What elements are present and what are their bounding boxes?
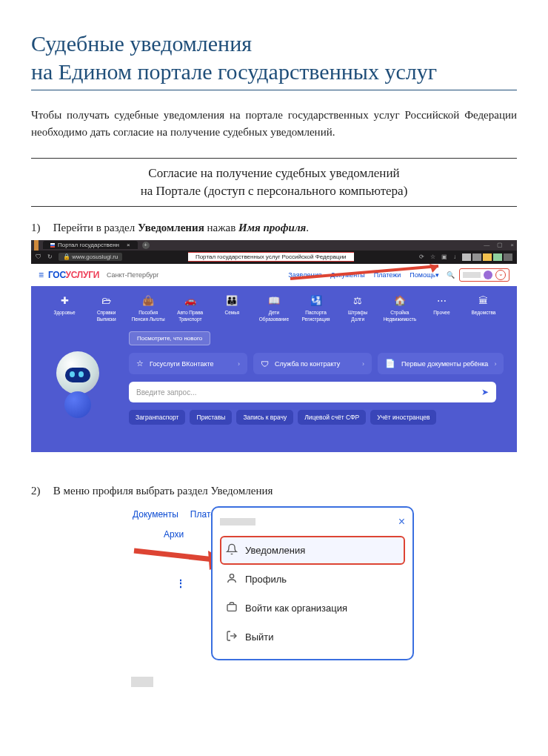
username-blur [220,518,255,525]
quick-chip[interactable]: Приставы [190,410,232,425]
category-icon: 👪 [212,295,252,308]
close-icon[interactable]: × [398,515,405,528]
promo-card[interactable]: 🛡Служба по контракту› [253,353,372,374]
nav-link[interactable]: Помощь [410,271,435,279]
chevron-right-icon: › [494,360,496,368]
window-maximize-icon[interactable]: ▢ [497,242,503,248]
category-item[interactable]: 📖ДетиОбразование [254,295,294,323]
robot-mascot [46,351,110,415]
category-icon: ⋯ [421,295,461,308]
new-tab-button[interactable]: + [142,242,150,249]
category-icon: 📖 [254,295,294,308]
category-icon: 🛂 [296,295,336,308]
category-item[interactable]: 🏠СтройкаНедвижимость [380,295,420,323]
page-title: Судебные уведомления на Едином портале г… [31,30,517,90]
category-icon: 🚗 [170,295,210,308]
profile-pill[interactable]: ⌄ [459,268,509,282]
region-label[interactable]: Санкт-Петербург [107,271,159,279]
address-field[interactable]: 🔒 www.gosuslugi.ru [59,253,122,261]
avatar-icon [484,271,492,279]
quick-chip[interactable]: Запись к врачу [236,410,293,425]
reload-icon[interactable]: ↻ [47,253,53,260]
nav-link[interactable]: Заявления [288,271,321,279]
window-minimize-icon[interactable]: — [484,242,489,248]
category-item[interactable]: 🛂ПаспортаРегистрация [296,295,336,323]
card-icon: 🛡 [261,359,269,368]
page-caption: Портал государственных услуг Российской … [188,252,354,262]
bell-icon [226,543,238,557]
categories-row: ✚Здоровье🗁СправкиВыписки👜ПособияПенсия Л… [31,286,517,326]
step-2: 2) В меню профиля выбрать раздел Уведомл… [31,485,517,497]
search-input[interactable]: Введите запрос... ➤ [129,382,496,402]
nav-link[interactable]: Платежи [374,271,401,279]
section-heading: Согласие на получение судебных уведомлен… [31,158,517,207]
tab-link[interactable]: Документы [133,509,178,520]
promo-card[interactable]: ☆Госуслуги ВКонтакте› [129,353,247,374]
screenshot-1: Портал государственн× + — ▢ × 🛡 ↻ 🔒 www.… [31,240,517,452]
category-item[interactable]: ✚Здоровье [44,295,84,323]
browser-tab[interactable]: Портал государственн× [43,241,138,249]
send-icon[interactable]: ➤ [481,387,489,397]
browser-titlebar: Портал государственн× + — ▢ × [31,240,517,251]
category-icon: ⚖ [338,295,378,308]
quick-chip[interactable]: Лицевой счёт СФР [298,410,366,425]
card-icon: ☆ [136,359,144,368]
screenshot-2: ДокументыПлате Архи ⋮ × УведомленияПрофи… [130,503,418,689]
category-item[interactable]: 🗁СправкиВыписки [87,295,127,323]
menu-item-person[interactable]: Профиль [220,565,405,594]
svg-point-4 [230,574,233,577]
person-icon [226,572,238,586]
category-item[interactable]: 👜ПособияПенсия Льготы [128,295,168,323]
help-chevron-icon: ▾ [435,271,439,279]
category-item[interactable]: ⋯Прочее [421,295,461,323]
more-icon[interactable]: ⋮ [176,577,186,589]
whats-new-chip[interactable]: Посмотрите, что нового [129,331,210,345]
flag-icon [50,243,55,248]
category-item[interactable]: ⚖ШтрафыДолги [338,295,378,323]
profile-menu: × УведомленияПрофильВойти как организаци… [211,506,414,660]
top-nav: ЗаявленияДокументыПлатежиПомощь [288,271,435,279]
category-item[interactable]: 👪Семья [212,295,252,323]
category-item[interactable]: 🚗Авто ПраваТранспорт [170,295,210,323]
search-icon[interactable]: 🔍 [447,271,455,279]
chevron-right-icon: › [238,360,240,368]
menu-item-briefcase[interactable]: Войти как организация [220,594,405,623]
category-icon: 👜 [128,295,168,308]
hamburger-icon[interactable]: ≡ [39,270,44,280]
category-icon: 🗁 [87,295,127,308]
chevron-down-icon: ⌄ [495,270,506,280]
exit-icon [226,630,238,644]
archive-link[interactable]: Архи [164,529,184,540]
category-icon: 🏠 [380,295,420,308]
shield-icon: 🛡 [36,253,41,260]
quick-chip[interactable]: Учёт иностранцев [370,410,436,425]
window-close-icon[interactable]: × [510,242,514,248]
site-header: ≡ ГОСУСЛУГИ Санкт-Петербург ЗаявленияДок… [31,264,517,286]
svg-rect-5 [227,604,236,611]
promo-card[interactable]: 📄Первые документы ребёнка› [378,353,504,374]
site-logo[interactable]: ГОСУСЛУГИ [48,270,99,280]
briefcase-icon [226,601,238,615]
step-1: 1) Перейти в раздел Уведомления нажав Им… [31,222,517,234]
card-icon: 📄 [385,359,395,368]
browser-urlbar: 🛡 ↻ 🔒 www.gosuslugi.ru Портал государств… [31,251,517,264]
intro-paragraph: Чтобы получать судебные уведомления на п… [31,107,517,140]
quick-chip[interactable]: Загранпаспорт [129,410,185,425]
category-item[interactable]: 🏛Ведомства [464,295,504,323]
menu-item-exit[interactable]: Выйти [220,623,405,651]
menu-item-bell[interactable]: Уведомления [220,536,405,565]
category-icon: 🏛 [464,295,504,308]
nav-link[interactable]: Документы [330,271,364,279]
chevron-right-icon: › [362,360,364,368]
category-icon: ✚ [44,295,84,308]
